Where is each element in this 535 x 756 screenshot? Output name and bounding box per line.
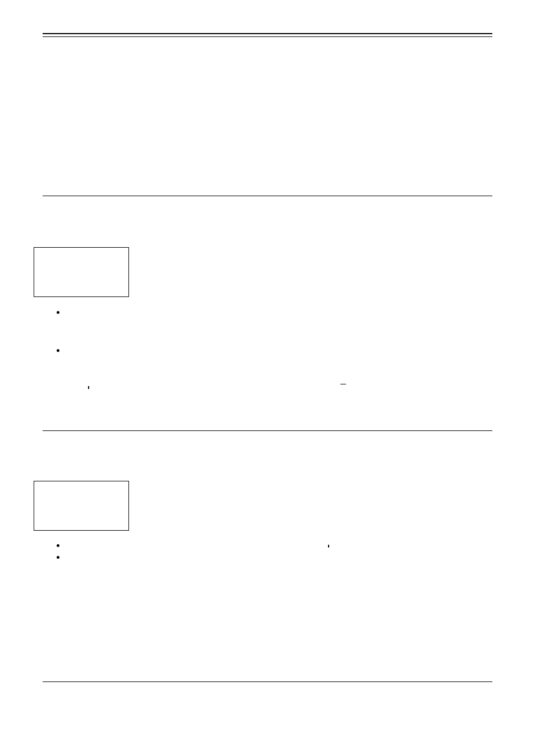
callout-box-1 xyxy=(34,247,129,297)
tick-mark xyxy=(328,545,329,548)
tick-mark xyxy=(88,386,89,389)
dash-mark xyxy=(340,384,346,384)
callout-box-2 xyxy=(34,481,129,531)
top-double-rule-upper xyxy=(43,33,492,34)
top-double-rule-lower xyxy=(43,36,492,37)
document-page xyxy=(0,0,535,756)
section-divider-2 xyxy=(43,430,492,431)
section-divider-1 xyxy=(43,196,492,196)
footer-rule xyxy=(43,681,492,682)
bullet-icon xyxy=(57,311,59,314)
bullet-icon xyxy=(57,544,59,547)
bullet-icon xyxy=(57,349,59,352)
bullet-icon xyxy=(57,556,59,559)
